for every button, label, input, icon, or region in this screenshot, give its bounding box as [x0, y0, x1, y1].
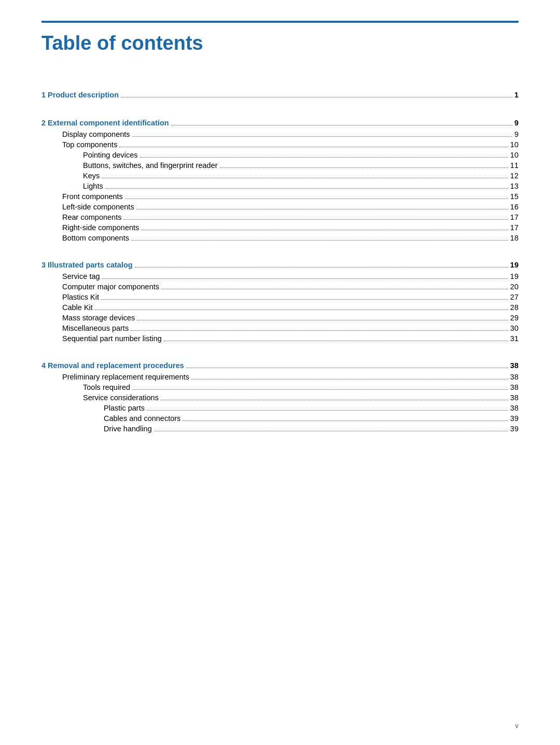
toc-entry[interactable]: Buttons, switches, and fingerprint reade… [41, 161, 519, 170]
toc-page: 27 [510, 293, 519, 301]
toc-label: Plastic parts [104, 404, 145, 412]
toc-page: 38 [510, 404, 519, 412]
toc-label: Pointing devices [83, 151, 138, 159]
toc-page: 38 [510, 373, 519, 381]
toc-page: 38 [510, 383, 519, 391]
toc-page: 10 [510, 140, 519, 149]
toc-entry[interactable]: Top components10 [41, 140, 519, 149]
toc-dots [101, 299, 508, 300]
toc-label: 4 Removal and replacement procedures [41, 361, 184, 370]
toc-entry[interactable]: Right-side components17 [41, 223, 519, 232]
toc-label: Keys [83, 172, 100, 180]
toc-page: 19 [510, 272, 519, 280]
toc-dots [136, 209, 508, 209]
toc-entry[interactable]: Plastics Kit27 [41, 293, 519, 301]
toc-label: Lights [83, 182, 103, 190]
toc-dots [131, 240, 508, 241]
toc-dots [140, 157, 508, 158]
section-gap [41, 345, 519, 354]
toc-entry[interactable]: Bottom components18 [41, 234, 519, 242]
toc-entry[interactable]: Rear components17 [41, 213, 519, 221]
toc-entry[interactable]: Display components9 [41, 130, 519, 138]
toc-entry[interactable]: Plastic parts38 [41, 404, 519, 412]
toc-entry[interactable]: Cable Kit28 [41, 303, 519, 312]
toc-entry[interactable]: Cables and connectors39 [41, 414, 519, 423]
toc-dots [132, 136, 512, 137]
toc-label: Cables and connectors [104, 414, 180, 423]
toc-dots [137, 320, 508, 320]
toc-dots [102, 178, 508, 178]
toc-page: 9 [514, 119, 519, 127]
toc-page: 38 [510, 361, 519, 370]
toc-label: 3 Illustrated parts catalog [41, 261, 133, 269]
toc-dots [164, 341, 508, 341]
toc-entry[interactable]: Miscellaneous parts30 [41, 324, 519, 332]
toc-dots [191, 379, 508, 379]
toc-page: 30 [510, 324, 519, 332]
toc-entry[interactable]: 3 Illustrated parts catalog19 [41, 261, 519, 269]
toc-dots [154, 431, 508, 431]
toc-label: Plastics Kit [62, 293, 99, 301]
toc-dots [125, 199, 508, 199]
toc-label: Service considerations [83, 393, 159, 402]
toc-label: Top components [62, 140, 117, 149]
toc-entry[interactable]: Keys12 [41, 172, 519, 180]
toc-entry[interactable]: 2 External component identification9 [41, 119, 519, 127]
section-gap [41, 102, 519, 111]
toc-dots [131, 330, 508, 331]
toc-label: Mass storage devices [62, 314, 135, 322]
toc-label: Preliminary replacement requirements [62, 373, 189, 381]
toc-entry[interactable]: Service considerations38 [41, 393, 519, 402]
toc-label: Left-side components [62, 203, 134, 211]
toc-dots [123, 219, 508, 220]
toc-entry[interactable]: Mass storage devices29 [41, 314, 519, 322]
toc-entry[interactable]: Service tag19 [41, 272, 519, 280]
toc-container: 1 Product description12 External compone… [41, 91, 519, 433]
toc-entry[interactable]: Preliminary replacement requirements38 [41, 373, 519, 381]
toc-page: 20 [510, 283, 519, 291]
toc-label: Cable Kit [62, 303, 93, 312]
toc-label: Front components [62, 192, 123, 201]
toc-page: 28 [510, 303, 519, 312]
toc-entry[interactable]: 4 Removal and replacement procedures38 [41, 361, 519, 370]
toc-page: 29 [510, 314, 519, 322]
page-title: Table of contents [41, 32, 519, 60]
toc-label: 2 External component identification [41, 119, 169, 127]
toc-dots [135, 267, 508, 268]
top-border [41, 21, 519, 23]
toc-page: 39 [510, 425, 519, 433]
page-footer: v [515, 722, 519, 729]
toc-entry[interactable]: Sequential part number listing31 [41, 334, 519, 343]
toc-entry[interactable]: Tools required38 [41, 383, 519, 391]
toc-label: Buttons, switches, and fingerprint reade… [83, 161, 218, 170]
toc-dots [105, 188, 508, 189]
toc-dots [95, 310, 508, 310]
toc-label: Rear components [62, 213, 121, 221]
toc-label: Drive handling [104, 425, 152, 433]
toc-page: 12 [510, 172, 519, 180]
toc-entry[interactable]: Drive handling39 [41, 425, 519, 433]
toc-dots [141, 230, 508, 230]
toc-entry[interactable]: Lights13 [41, 182, 519, 190]
section-gap [41, 244, 519, 254]
toc-dots [186, 368, 508, 368]
toc-page: 19 [510, 261, 519, 269]
toc-label: Display components [62, 130, 130, 138]
toc-page: 38 [510, 393, 519, 402]
toc-label: Service tag [62, 272, 100, 280]
toc-page: 11 [510, 161, 519, 170]
toc-dots [161, 289, 508, 289]
toc-page: 31 [510, 334, 519, 343]
toc-entry[interactable]: 1 Product description1 [41, 91, 519, 99]
toc-entry[interactable]: Pointing devices10 [41, 151, 519, 159]
toc-dots [220, 167, 508, 168]
toc-dots [121, 97, 512, 97]
toc-entry[interactable]: Left-side components16 [41, 203, 519, 211]
toc-dots [132, 389, 508, 390]
toc-dots [161, 400, 508, 400]
toc-page: 9 [514, 130, 519, 138]
toc-entry[interactable]: Computer major components20 [41, 283, 519, 291]
toc-label: Sequential part number listing [62, 334, 162, 343]
toc-label: Computer major components [62, 283, 159, 291]
toc-entry[interactable]: Front components15 [41, 192, 519, 201]
